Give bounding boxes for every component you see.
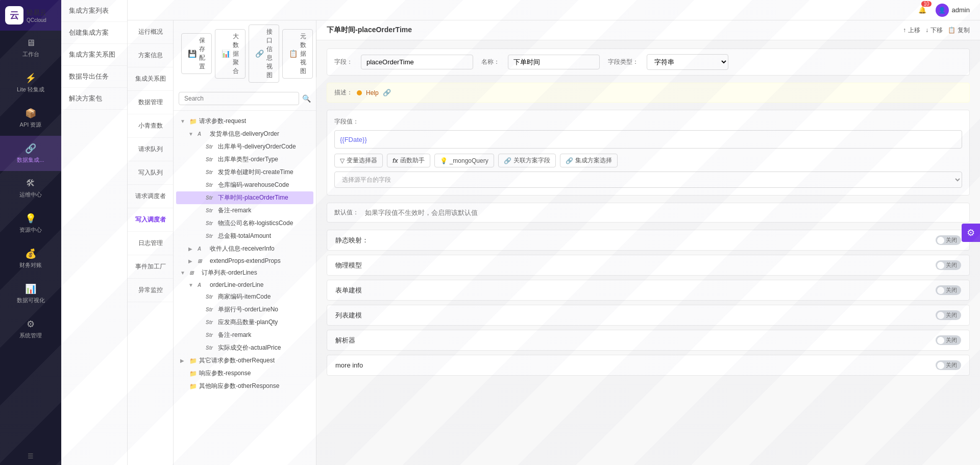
nav-label-resource: 资源中心	[19, 226, 42, 234]
parser-toggle[interactable]: 关闭	[936, 335, 961, 345]
static-map-toggle[interactable]: 关闭	[936, 235, 961, 245]
nav-item-finance[interactable]: 💰 财务对账	[0, 241, 61, 276]
var-selector-button[interactable]: ▽ 变量选择器	[334, 154, 383, 167]
default-input[interactable]	[365, 209, 962, 216]
tree-item-warehouse-code[interactable]: Str 仓库编码-warehouseCode	[176, 179, 313, 191]
more-info-toggle[interactable]: 关闭	[936, 360, 961, 370]
default-label: 默认值：	[334, 208, 359, 217]
tree-item-request-params[interactable]: ▼ 📁 请求参数-request	[176, 115, 313, 128]
ss-item-create[interactable]: 创建集成方案	[61, 22, 127, 44]
tree-item-logistics-code[interactable]: Str 物流公司名称-logisticsCode	[176, 217, 313, 230]
move-up-button[interactable]: ↑ 上移	[903, 26, 920, 35]
tree-item-receiver-info[interactable]: ▶ A 收件人信息-receiverInfo	[176, 242, 313, 255]
nav-bottom-toggle[interactable]: ☰	[22, 447, 39, 465]
tree-item-remark2[interactable]: Str 备注-remark	[176, 329, 313, 341]
nav-item-data-integration[interactable]: 🔗 数据集成...	[0, 136, 61, 171]
nav-item-resource[interactable]: 💡 资源中心	[0, 206, 61, 241]
value-input[interactable]	[334, 130, 962, 149]
logo-sub: QCcloud	[27, 17, 46, 23]
save-config-button[interactable]: 💾 保存配置	[181, 33, 212, 74]
tree-label-extend-props: extendProps-extendProps	[210, 257, 311, 264]
physical-model-toggle[interactable]: 关闭	[936, 260, 961, 270]
search-input[interactable]	[179, 92, 299, 105]
notification-button[interactable]: 🔔 10	[915, 3, 929, 17]
panel1-item-scheduler[interactable]: 请求调度者	[128, 185, 173, 208]
big-data-button[interactable]: 📊 大数据聚合	[215, 29, 246, 79]
panel1-item-write-queue[interactable]: 写入队列	[128, 161, 173, 185]
panel1-item-event-factory[interactable]: 事件加工厂	[128, 255, 173, 279]
ss-item-solution-pkg[interactable]: 解决方案包	[61, 88, 127, 110]
type-badge-plan-qty: Str	[206, 320, 216, 325]
name-input[interactable]	[508, 55, 600, 69]
interface-view-button[interactable]: 🔗 接口信息视图	[249, 25, 279, 83]
tree-item-order-line-no[interactable]: Str 单据行号-orderLineNo	[176, 303, 313, 316]
type-select[interactable]: 字符串 整数 浮点数 布尔 日期 对象 数组	[647, 54, 728, 70]
panel1-item-overview[interactable]: 运行概况	[128, 20, 173, 44]
value-toolbar: ▽ 变量选择器 fx 函数助手 💡 _mongoQuery 🔗	[334, 154, 962, 167]
list-model-row: 列表建模 关闭	[327, 305, 970, 326]
move-down-button[interactable]: ↓ 下移	[925, 26, 943, 35]
panel1-item-write-scheduler[interactable]: 写入调度者	[128, 208, 173, 232]
desc-edit-link[interactable]: 🔗	[383, 89, 391, 96]
copy-button[interactable]: 📋 复制	[948, 26, 970, 35]
main-content: 🔔 10 👤 admin 运行概况 方案信息 集成关系图 数据管理 小青查数 请…	[128, 0, 980, 465]
user-info[interactable]: 👤 admin	[936, 4, 970, 17]
tree-item-item-code[interactable]: Str 商家编码-itemCode	[176, 290, 313, 303]
nav-item-ops[interactable]: 🛠 运维中心	[0, 171, 61, 206]
tree-item-place-order-time[interactable]: Str 下单时间-placeOrderTime	[176, 191, 313, 204]
list-model-toggle[interactable]: 关闭	[936, 310, 961, 320]
physical-model-row: 物理模型 关闭	[327, 255, 970, 276]
tree-item-create-time[interactable]: Str 发货单创建时间-createTime	[176, 166, 313, 179]
tree-item-plan-qty[interactable]: Str 应发商品数量-planQty	[176, 316, 313, 329]
ss-item-integration-list[interactable]: 集成方案列表	[61, 0, 127, 22]
panel1-item-solution-info[interactable]: 方案信息	[128, 44, 173, 67]
func-helper-button[interactable]: fx 函数助手	[387, 154, 430, 167]
form-model-row: 表单建模 关闭	[327, 280, 970, 301]
nav-item-data-viz[interactable]: 📊 数据可视化	[0, 276, 61, 311]
tree-label-item-code: 商家编码-itemCode	[218, 292, 311, 301]
system-icon: ⚙	[27, 319, 35, 330]
tree-item-response[interactable]: 📁 响应参数-response	[176, 367, 313, 380]
source-field-select[interactable]: 选择源平台的字段	[334, 172, 962, 188]
ss-item-data-export[interactable]: 数据导出任务	[61, 66, 127, 88]
meta-view-button[interactable]: 📋 元数据视图	[282, 29, 313, 79]
panel1-item-data-mgmt[interactable]: 数据管理	[128, 91, 173, 114]
tree-item-order-type[interactable]: Str 出库单类型-orderType	[176, 153, 313, 166]
tree-item-other-response[interactable]: 📁 其他响应参数-otherResponse	[176, 380, 313, 393]
tree-item-remark[interactable]: Str 备注-remark	[176, 204, 313, 217]
link-field-button[interactable]: 🔗 关联方案字段	[498, 154, 556, 167]
integration-select-button[interactable]: 🔗 集成方案选择	[560, 154, 618, 167]
tree-item-actual-price[interactable]: Str 实际成交价-actualPrice	[176, 341, 313, 354]
nav-item-system[interactable]: ⚙ 系统管理	[0, 311, 61, 347]
settings-fab[interactable]: ⚙	[962, 224, 980, 242]
tree-item-delivery-code[interactable]: Str 出库单号-deliveryOrderCode	[176, 140, 313, 153]
field-input[interactable]	[361, 55, 473, 69]
search-icon[interactable]: 🔍	[302, 94, 311, 103]
panel1-item-small-query[interactable]: 小青查数	[128, 114, 173, 138]
tree-item-total-amount[interactable]: Str 总金额-totalAmount	[176, 230, 313, 242]
panel1-item-exception-monitor[interactable]: 异常监控	[128, 279, 173, 302]
detail-header: 下单时间-placeOrderTime ↑ 上移 ↓ 下移 📋 复制	[316, 20, 980, 40]
tree-item-extend-props[interactable]: ▶ ⊞ extendProps-extendProps	[176, 255, 313, 266]
static-map-toggle-btn[interactable]: 关闭	[936, 235, 961, 245]
panel1-item-relation[interactable]: 集成关系图	[128, 67, 173, 91]
logo-area[interactable]: 云 轻易云 QCcloud	[0, 0, 61, 31]
nav-item-lite[interactable]: ⚡ Lite 轻集成	[0, 65, 61, 101]
tree-item-order-lines[interactable]: ▼ ⊞ 订单列表-orderLines	[176, 266, 313, 279]
panel1-item-log-mgmt[interactable]: 日志管理	[128, 232, 173, 255]
data-viz-icon: 📊	[25, 283, 36, 295]
tree-item-delivery-order[interactable]: ▼ A 发货单信息-deliveryOrder	[176, 128, 313, 140]
nav-item-api[interactable]: 📦 API 资源	[0, 101, 61, 136]
copy-icon: 📋	[948, 27, 955, 34]
nav-item-workbench[interactable]: 🖥 工作台	[0, 31, 61, 65]
desc-row: 描述： Help 🔗	[327, 83, 970, 103]
form-model-toggle[interactable]: 关闭	[936, 285, 961, 295]
tree-item-order-line-item[interactable]: ▼ A orderLine-orderLine	[176, 279, 313, 290]
logo-name: 轻易云	[27, 8, 46, 17]
logo-icon: 云	[5, 6, 23, 25]
ss-item-relation[interactable]: 集成方案关系图	[61, 44, 127, 66]
tree-item-other-request[interactable]: ▶ 📁 其它请求参数-otherRequest	[176, 354, 313, 367]
panel1-item-request-queue[interactable]: 请求队列	[128, 138, 173, 161]
mongo-query-button[interactable]: 💡 _mongoQuery	[434, 154, 494, 167]
toolbar: 💾 保存配置 📊 大数据聚合 🔗 接口信息视图 📋 元数据视图 📋	[174, 20, 316, 87]
